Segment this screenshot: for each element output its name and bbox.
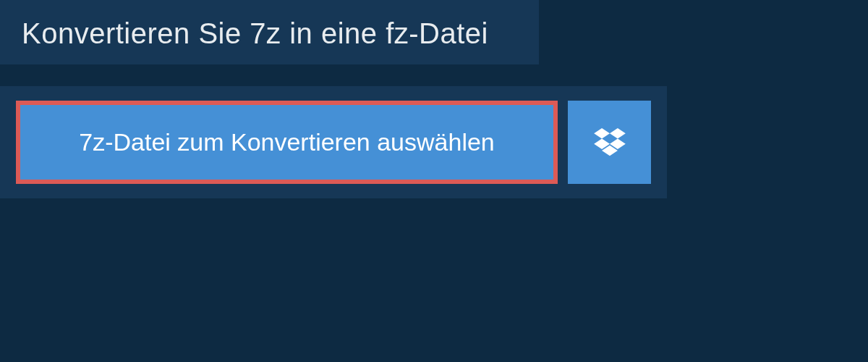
select-file-button[interactable]: 7z-Datei zum Konvertieren auswählen bbox=[16, 101, 558, 184]
header-bar: Konvertieren Sie 7z in eine fz-Datei bbox=[0, 0, 539, 64]
converter-panel: 7z-Datei zum Konvertieren auswählen bbox=[0, 86, 667, 198]
dropbox-icon bbox=[594, 128, 626, 157]
dropbox-button[interactable] bbox=[568, 101, 651, 184]
select-file-label: 7z-Datei zum Konvertieren auswählen bbox=[79, 128, 495, 156]
page-title: Konvertieren Sie 7z in eine fz-Datei bbox=[22, 17, 517, 50]
